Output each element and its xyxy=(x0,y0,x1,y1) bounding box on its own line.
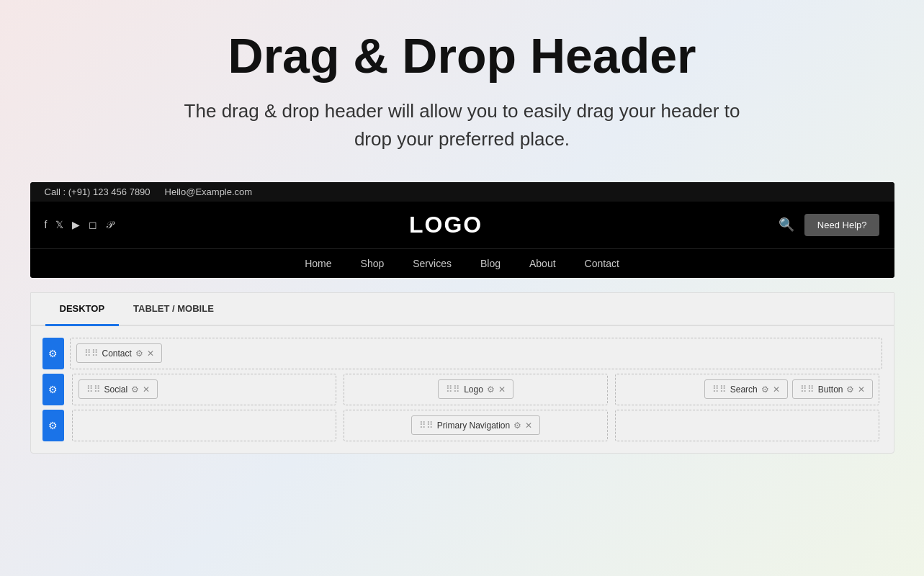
logo-chip-gear-icon[interactable]: ⚙ xyxy=(487,384,495,395)
facebook-icon[interactable]: f xyxy=(45,219,48,230)
nav-about[interactable]: About xyxy=(529,258,556,269)
tab-tablet-mobile[interactable]: TABLET / MOBILE xyxy=(119,293,228,326)
search-chip[interactable]: ⠿⠿ Search ⚙ ✕ xyxy=(704,379,788,399)
row3-center-col: ⠿⠿ Primary Navigation ⚙ ✕ xyxy=(344,410,608,441)
row2-right-col: ⠿⠿ Search ⚙ ✕ ⠿⠿ Button ⚙ ✕ xyxy=(615,374,879,405)
page-subtitle: The drag & drop header will allow you to… xyxy=(181,97,743,153)
row2-columns: ⠿⠿ Social ⚙ ✕ ⠿⠿ Logo ⚙ ✕ xyxy=(70,374,882,405)
button-chip-gear-icon[interactable]: ⚙ xyxy=(846,384,854,395)
button-chip-close-icon[interactable]: ✕ xyxy=(858,384,865,395)
search-chip-label: Search xyxy=(730,384,758,395)
twitter-icon[interactable]: 𝕏 xyxy=(55,219,63,230)
contact-drag-handle-icon: ⠿⠿ xyxy=(84,348,99,359)
social-drag-handle-icon: ⠿⠿ xyxy=(86,384,101,395)
search-drag-handle-icon: ⠿⠿ xyxy=(712,384,727,395)
header-navbar: Home Shop Services Blog About Contact xyxy=(30,248,894,278)
nav-contact[interactable]: Contact xyxy=(585,258,619,269)
search-chip-close-icon[interactable]: ✕ xyxy=(773,384,780,395)
primary-nav-chip-gear-icon[interactable]: ⚙ xyxy=(513,420,521,431)
header-search-icon[interactable]: 🔍 xyxy=(779,217,794,233)
row3-right-col xyxy=(615,410,879,441)
row2-center-col: ⠿⠿ Logo ⚙ ✕ xyxy=(344,374,608,405)
topbar-email: Hello@Example.com xyxy=(165,186,253,197)
search-chip-gear-icon[interactable]: ⚙ xyxy=(761,384,769,395)
tabs-bar: DESKTOP TABLET / MOBILE xyxy=(31,293,894,326)
tab-desktop[interactable]: DESKTOP xyxy=(45,293,120,326)
contact-chip[interactable]: ⠿⠿ Contact ⚙ ✕ xyxy=(76,343,162,363)
header-logo: LOGO xyxy=(409,212,483,238)
drag-row-2: ⚙ ⠿⠿ Social ⚙ ✕ ⠿⠿ Logo xyxy=(42,374,882,405)
primary-nav-drag-handle-icon: ⠿⠿ xyxy=(419,420,434,431)
drag-row-3: ⚙ ⠿⠿ Primary Navigation ⚙ ✕ xyxy=(42,410,882,441)
button-chip-label: Button xyxy=(818,384,843,395)
logo-chip-close-icon[interactable]: ✕ xyxy=(498,384,506,395)
page-title: Drag & Drop Header xyxy=(228,29,696,83)
row3-gear-icon: ⚙ xyxy=(48,420,58,431)
logo-chip[interactable]: ⠿⠿ Logo ⚙ ✕ xyxy=(438,379,513,399)
row2-gear-icon: ⚙ xyxy=(48,384,58,395)
logo-drag-handle-icon: ⠿⠿ xyxy=(446,384,460,395)
topbar-phone: Call : (+91) 123 456 7890 xyxy=(45,186,151,197)
contact-chip-gear-icon[interactable]: ⚙ xyxy=(135,348,143,359)
header-right-group: 🔍 Need Help? xyxy=(779,214,880,236)
nav-blog[interactable]: Blog xyxy=(480,258,501,269)
row3-left-col xyxy=(72,410,336,441)
row1-settings-button[interactable]: ⚙ xyxy=(42,338,64,369)
row2-left-col: ⠿⠿ Social ⚙ ✕ xyxy=(72,374,336,405)
primary-nav-chip-label: Primary Navigation xyxy=(437,420,510,431)
nav-services[interactable]: Services xyxy=(413,258,452,269)
header-topbar: Call : (+91) 123 456 7890 Hello@Example.… xyxy=(30,182,894,202)
youtube-icon[interactable]: ▶ xyxy=(72,219,80,230)
row1-content: ⠿⠿ Contact ⚙ ✕ xyxy=(70,338,882,369)
nav-home[interactable]: Home xyxy=(305,258,331,269)
row3-columns: ⠿⠿ Primary Navigation ⚙ ✕ xyxy=(70,410,882,441)
social-chip[interactable]: ⠿⠿ Social ⚙ ✕ xyxy=(79,379,158,399)
primary-nav-chip[interactable]: ⠿⠿ Primary Navigation ⚙ ✕ xyxy=(411,415,540,435)
editor-section: DESKTOP TABLET / MOBILE ⚙ ⠿⠿ Contact ⚙ ✕… xyxy=(30,292,894,454)
row3-settings-button[interactable]: ⚙ xyxy=(42,410,64,441)
contact-chip-label: Contact xyxy=(102,348,132,359)
row1-gear-icon: ⚙ xyxy=(48,348,58,359)
need-help-button[interactable]: Need Help? xyxy=(804,214,880,236)
nav-shop[interactable]: Shop xyxy=(361,258,385,269)
contact-chip-close-icon[interactable]: ✕ xyxy=(147,348,154,359)
social-chip-gear-icon[interactable]: ⚙ xyxy=(131,384,139,395)
header-preview: Call : (+91) 123 456 7890 Hello@Example.… xyxy=(30,182,894,278)
instagram-icon[interactable]: ◻ xyxy=(89,219,97,230)
social-icons-group: f 𝕏 ▶ ◻ 𝒫 xyxy=(45,219,114,231)
social-chip-label: Social xyxy=(104,384,128,395)
pinterest-icon[interactable]: 𝒫 xyxy=(106,219,113,231)
button-chip[interactable]: ⠿⠿ Button ⚙ ✕ xyxy=(792,379,874,399)
logo-chip-label: Logo xyxy=(464,384,483,395)
drag-area: ⚙ ⠿⠿ Contact ⚙ ✕ ⚙ ⠿⠿ xyxy=(31,326,894,453)
row2-settings-button[interactable]: ⚙ xyxy=(42,374,64,405)
drag-row-1: ⚙ ⠿⠿ Contact ⚙ ✕ xyxy=(42,338,882,369)
social-chip-close-icon[interactable]: ✕ xyxy=(143,384,150,395)
primary-nav-chip-close-icon[interactable]: ✕ xyxy=(525,420,532,431)
main-header-bar: f 𝕏 ▶ ◻ 𝒫 LOGO 🔍 Need Help? xyxy=(30,202,894,248)
button-drag-handle-icon: ⠿⠿ xyxy=(800,384,815,395)
